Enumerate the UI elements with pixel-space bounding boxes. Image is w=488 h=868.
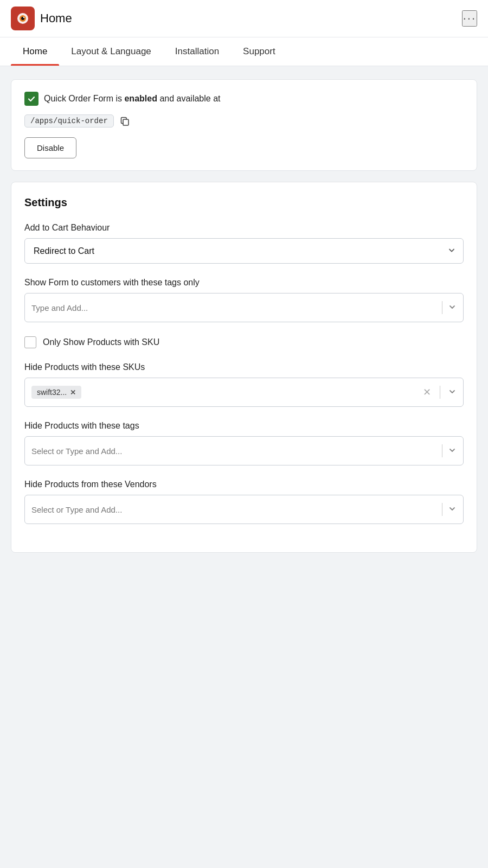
show-form-tags-input-wrapper	[24, 293, 464, 322]
tab-installation[interactable]: Installation	[163, 37, 231, 66]
hide-tags-label: Hide Products with these tags	[24, 421, 464, 431]
hide-vendors-input-wrapper	[24, 495, 464, 524]
app-header-left: Home	[11, 7, 72, 30]
svg-rect-5	[123, 119, 129, 125]
hide-tags-divider	[442, 444, 442, 457]
settings-title: Settings	[24, 196, 464, 209]
tags-divider	[442, 301, 442, 314]
path-row: /apps/quick-order	[24, 114, 464, 127]
only-sku-checkbox[interactable]	[24, 336, 36, 348]
tab-layout[interactable]: Layout & Language	[59, 37, 163, 66]
header-more-button[interactable]: ···	[462, 10, 477, 27]
add-to-cart-label: Add to Cart Behaviour	[24, 223, 464, 233]
only-sku-row: Only Show Products with SKU	[24, 336, 464, 348]
hide-skus-group: Hide Products with these SKUs swift32...…	[24, 362, 464, 407]
hide-vendors-label: Hide Products from these Vendors	[24, 480, 464, 489]
hide-vendors-group: Hide Products from these Vendors	[24, 480, 464, 524]
hide-skus-tags-wrapper: swift32... ✕ ✕	[24, 378, 464, 407]
svg-point-4	[23, 17, 24, 18]
hide-tags-group: Hide Products with these tags	[24, 421, 464, 465]
hide-tags-chevron-icon[interactable]	[448, 446, 457, 456]
app-path-badge: /apps/quick-order	[24, 114, 114, 127]
copy-path-button[interactable]	[118, 116, 131, 126]
app-title: Home	[40, 11, 72, 25]
app-header: Home ···	[0, 0, 488, 37]
disable-button[interactable]: Disable	[24, 137, 76, 158]
status-text: Quick Order Form is enabled and availabl…	[44, 94, 220, 104]
hide-vendors-divider	[442, 503, 442, 516]
sku-tag: swift32... ✕	[31, 386, 81, 399]
main-content: Quick Order Form is enabled and availabl…	[0, 66, 488, 566]
sku-tag-value: swift32...	[37, 388, 67, 397]
status-card: Quick Order Form is enabled and availabl…	[11, 79, 477, 171]
sku-chevron-icon[interactable]	[448, 387, 457, 398]
status-row: Quick Order Form is enabled and availabl…	[24, 92, 464, 106]
show-form-tags-chevron-icon[interactable]	[448, 303, 457, 313]
show-form-tags-input[interactable]	[31, 303, 436, 312]
show-form-tags-group: Show Form to customers with these tags o…	[24, 278, 464, 322]
app-logo	[11, 7, 35, 30]
add-to-cart-select-wrapper: Redirect to Cart Open Cart Drawer Open C…	[24, 238, 464, 264]
hide-vendors-chevron-icon[interactable]	[448, 505, 457, 515]
hide-skus-label: Hide Products with these SKUs	[24, 362, 464, 372]
sku-tags-actions: ✕	[420, 386, 457, 399]
sku-clear-button[interactable]: ✕	[420, 386, 434, 398]
tab-home[interactable]: Home	[11, 37, 59, 66]
sku-tag-remove-button[interactable]: ✕	[70, 388, 76, 397]
only-sku-label: Only Show Products with SKU	[43, 337, 159, 347]
nav-tabs: Home Layout & Language Installation Supp…	[0, 37, 488, 66]
hide-tags-input-wrapper	[24, 436, 464, 465]
tab-support[interactable]: Support	[231, 37, 287, 66]
enabled-checkbox-icon	[24, 92, 38, 106]
add-to-cart-select[interactable]: Redirect to Cart Open Cart Drawer Open C…	[24, 238, 464, 264]
sku-divider	[440, 386, 440, 399]
show-form-tags-label: Show Form to customers with these tags o…	[24, 278, 464, 288]
hide-tags-input[interactable]	[31, 446, 436, 456]
add-to-cart-group: Add to Cart Behaviour Redirect to Cart O…	[24, 223, 464, 264]
hide-vendors-input[interactable]	[31, 505, 436, 514]
settings-card: Settings Add to Cart Behaviour Redirect …	[11, 182, 477, 553]
